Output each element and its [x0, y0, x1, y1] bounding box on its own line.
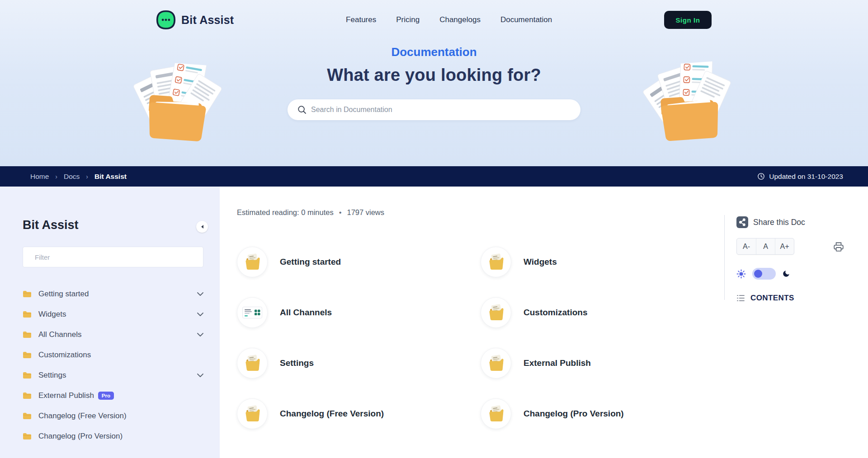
sidebar-item-all-channels[interactable]: All Channels	[23, 324, 203, 345]
hero-eyebrow: Documentation	[0, 45, 868, 59]
share-icon[interactable]	[736, 216, 748, 228]
theme-toggle-switch[interactable]	[752, 268, 776, 280]
contents-label: CONTENTS	[750, 294, 794, 303]
nav-menu: Features Pricing Changelogs Documentatio…	[346, 15, 552, 24]
main-content: Estimated reading: 0 minutes • 1797 view…	[220, 187, 724, 458]
category-card-widgets[interactable]: Widgets	[481, 247, 724, 277]
category-card-customizations[interactable]: Customizations	[481, 297, 724, 328]
folder-icon	[23, 372, 32, 379]
sun-icon	[736, 269, 746, 279]
printer-icon	[833, 241, 844, 252]
top-navigation: Bit Assist Features Pricing Changelogs D…	[0, 0, 868, 40]
category-card-changelog-free[interactable]: Changelog (Free Version)	[237, 398, 481, 429]
chevron-left-icon	[200, 224, 204, 229]
nav-link-documentation[interactable]: Documentation	[500, 15, 552, 24]
updated-info: Updated on 31-10-2023	[757, 173, 843, 181]
sidebar-collapse-button[interactable]	[196, 221, 208, 233]
folder-icon	[23, 290, 32, 298]
folder-doc-icon	[237, 247, 268, 277]
nav-link-pricing[interactable]: Pricing	[396, 15, 420, 24]
breadcrumb-current: Bit Assist	[94, 173, 127, 181]
folder-icon	[23, 433, 32, 440]
page-title: What are you looking for?	[0, 65, 868, 85]
font-size-row: A- A A+	[736, 238, 868, 255]
font-smaller-button[interactable]: A-	[737, 238, 756, 254]
sidebar-item-external-publish[interactable]: External Publish Pro	[23, 385, 203, 406]
folder-icon	[23, 351, 32, 359]
chevron-down-icon[interactable]	[197, 333, 203, 336]
sidebar-item-changelog-pro[interactable]: Changelog (Pro Version)	[23, 426, 203, 446]
sign-in-button[interactable]: Sign In	[664, 11, 712, 29]
doc-meta: Estimated reading: 0 minutes • 1797 view…	[237, 208, 724, 217]
sidebar-item-getting-started[interactable]: Getting started	[23, 284, 203, 304]
category-card-all-channels[interactable]: All Channels	[237, 297, 481, 328]
breadcrumb-home[interactable]: Home	[30, 173, 49, 181]
breadcrumb: Home › Docs › Bit Assist	[30, 173, 127, 181]
font-reset-button[interactable]: A	[756, 238, 775, 254]
folder-icon	[23, 412, 32, 420]
docs-sidebar: Bit Assist Getting started Widgets All C…	[0, 187, 220, 458]
pro-badge: Pro	[98, 392, 114, 400]
sidebar-item-customizations[interactable]: Customizations	[23, 345, 203, 365]
font-larger-button[interactable]: A+	[775, 238, 794, 254]
meta-separator: •	[339, 208, 342, 217]
breadcrumb-bar: Home › Docs › Bit Assist Updated on 31-1…	[0, 166, 868, 187]
folder-illustration-left	[127, 60, 223, 150]
nav-link-changelogs[interactable]: Changelogs	[439, 15, 481, 24]
search-input[interactable]	[288, 99, 580, 120]
breadcrumb-separator: ›	[86, 173, 88, 180]
folder-illustration-right	[639, 60, 735, 150]
sidebar-item-settings[interactable]: Settings	[23, 365, 203, 385]
font-size-controls: A- A A+	[736, 238, 794, 255]
updated-text: Updated on 31-10-2023	[769, 173, 843, 181]
hero-section: Bit Assist Features Pricing Changelogs D…	[0, 0, 868, 166]
category-card-getting-started[interactable]: Getting started	[237, 247, 481, 277]
print-button[interactable]	[833, 241, 844, 252]
folder-doc-icon	[481, 348, 511, 379]
share-label: Share this Doc	[753, 218, 805, 227]
category-card-external-publish[interactable]: External Publish	[481, 348, 724, 379]
views-count: 1797 views	[347, 208, 384, 217]
sidebar-title: Bit Assist	[23, 218, 203, 232]
search-icon	[297, 105, 307, 116]
chevron-down-icon[interactable]	[197, 313, 203, 316]
folder-doc-icon	[481, 398, 511, 429]
logo[interactable]: Bit Assist	[156, 10, 234, 30]
chevron-down-icon[interactable]	[197, 292, 203, 296]
folder-icon	[23, 311, 32, 318]
reading-time: Estimated reading: 0 minutes	[237, 208, 334, 217]
breadcrumb-separator: ›	[55, 173, 57, 180]
sidebar-filter-input[interactable]	[23, 247, 203, 267]
folder-icon	[23, 331, 32, 338]
clock-icon	[757, 173, 765, 180]
search-bar	[288, 99, 580, 120]
folder-icon	[23, 392, 32, 399]
category-grid: Getting started Widgets	[237, 247, 724, 429]
folder-doc-icon	[237, 348, 268, 379]
folder-doc-icon	[237, 398, 268, 429]
screenshot-thumbnail-icon	[237, 297, 268, 328]
category-card-settings[interactable]: Settings	[237, 348, 481, 379]
contents-row: CONTENTS	[736, 294, 868, 303]
doc-tools-panel: Share this Doc A- A A+	[724, 187, 868, 458]
sidebar-item-changelog-free[interactable]: Changelog (Free Version)	[23, 406, 203, 426]
moon-icon	[782, 270, 790, 278]
folder-doc-icon	[481, 247, 511, 277]
sidebar-item-widgets[interactable]: Widgets	[23, 304, 203, 324]
sidebar-category-list: Getting started Widgets All Channels Cus…	[23, 284, 203, 446]
logo-icon	[156, 10, 176, 30]
share-row: Share this Doc	[736, 216, 868, 228]
nav-link-features[interactable]: Features	[346, 15, 376, 24]
breadcrumb-docs[interactable]: Docs	[64, 173, 80, 181]
theme-toggle-row	[736, 268, 868, 280]
category-card-changelog-pro[interactable]: Changelog (Pro Version)	[481, 398, 724, 429]
list-icon	[736, 294, 745, 302]
toggle-knob	[754, 270, 762, 278]
folder-doc-icon	[481, 297, 511, 328]
logo-text: Bit Assist	[181, 14, 234, 27]
chevron-down-icon[interactable]	[197, 374, 203, 377]
